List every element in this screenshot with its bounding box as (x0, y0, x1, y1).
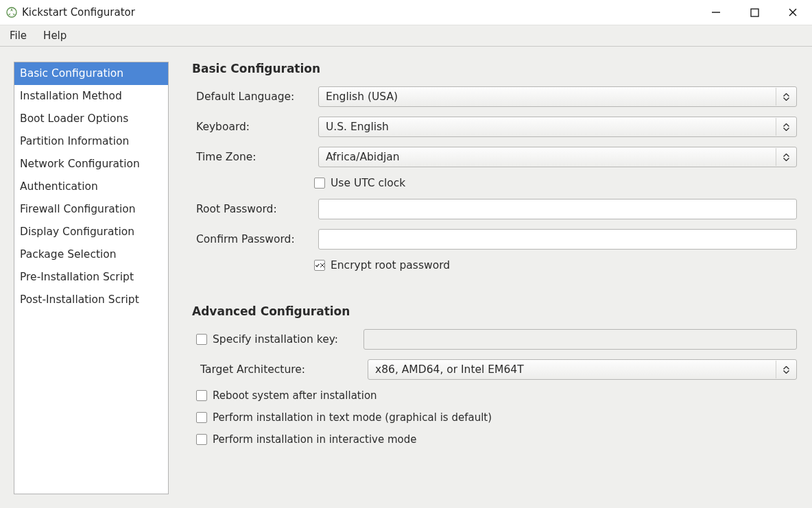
label-textmode: Perform installation in text mode (graph… (213, 411, 492, 424)
checkbox-install-key[interactable] (196, 334, 207, 345)
row-confirm-password: Confirm Password: (192, 229, 797, 250)
sidebar: Basic Configuration Installation Method … (14, 62, 169, 494)
window-controls (706, 3, 805, 22)
basic-section-title: Basic Configuration (192, 62, 797, 75)
label-interactive: Perform installation in interactive mode (213, 433, 417, 446)
combo-timezone-value: Africa/Abidjan (326, 151, 400, 163)
sidebar-item-display-configuration[interactable]: Display Configuration (14, 221, 168, 243)
label-encrypt: Encrypt root password (331, 259, 450, 271)
input-install-key[interactable] (363, 329, 797, 350)
row-root-password: Root Password: (192, 199, 797, 219)
sidebar-item-package-selection[interactable]: Package Selection (14, 243, 168, 266)
menu-file[interactable]: File (7, 28, 29, 43)
checkbox-reboot[interactable] (196, 390, 207, 401)
sidebar-item-authentication[interactable]: Authentication (14, 176, 168, 198)
spinner-icon (776, 88, 796, 106)
input-root-password[interactable] (318, 199, 797, 219)
label-install-key: Specify installation key: (213, 333, 338, 346)
row-reboot: Reboot system after installation (196, 389, 797, 402)
row-target-arch: Target Architecture: x86, AMD64, or Inte… (196, 359, 797, 380)
sidebar-item-firewall-configuration[interactable]: Firewall Configuration (14, 198, 168, 221)
spinner-icon (776, 148, 796, 166)
label-keyboard: Keyboard: (192, 121, 318, 133)
row-interactive: Perform installation in interactive mode (196, 433, 797, 446)
row-install-key: Specify installation key: (196, 329, 797, 350)
label-reboot: Reboot system after installation (213, 389, 377, 402)
label-target-arch: Target Architecture: (196, 363, 368, 376)
combo-default-language[interactable]: English (USA) (318, 86, 797, 107)
title-bar: Kickstart Configurator (0, 0, 812, 25)
spinner-icon (776, 361, 796, 378)
checkbox-interactive[interactable] (196, 434, 207, 445)
spinner-icon (776, 118, 796, 136)
checkbox-textmode[interactable] (196, 412, 207, 423)
main-panel: Basic Configuration Default Language: En… (192, 62, 797, 494)
content-area: Basic Configuration Installation Method … (0, 47, 812, 508)
sidebar-item-installation-method[interactable]: Installation Method (14, 85, 168, 108)
minimize-button[interactable] (706, 3, 726, 22)
label-timezone: Time Zone: (192, 151, 318, 163)
menu-bar: File Help (0, 25, 812, 47)
row-default-language: Default Language: English (USA) (192, 86, 797, 107)
sidebar-item-pre-installation-script[interactable]: Pre-Installation Script (14, 266, 168, 289)
window-title: Kickstart Configurator (22, 6, 135, 19)
sidebar-item-basic-configuration[interactable]: Basic Configuration (14, 62, 168, 85)
checkbox-utc[interactable] (314, 178, 325, 189)
sidebar-item-boot-loader-options[interactable]: Boot Loader Options (14, 108, 168, 130)
combo-timezone[interactable]: Africa/Abidjan (318, 147, 797, 167)
label-utc: Use UTC clock (331, 177, 405, 189)
row-textmode: Perform installation in text mode (graph… (196, 411, 797, 424)
sidebar-item-partition-information[interactable]: Partition Information (14, 130, 168, 153)
combo-target-arch[interactable]: x86, AMD64, or Intel EM64T (368, 359, 797, 380)
row-timezone: Time Zone: Africa/Abidjan (192, 147, 797, 167)
row-utc: Use UTC clock (192, 177, 797, 189)
combo-keyboard-value: U.S. English (326, 121, 389, 133)
sidebar-item-network-configuration[interactable]: Network Configuration (14, 153, 168, 176)
sidebar-item-post-installation-script[interactable]: Post-Installation Script (14, 289, 168, 311)
svg-rect-2 (751, 9, 759, 16)
label-default-language: Default Language: (192, 90, 318, 103)
label-confirm-password: Confirm Password: (192, 233, 318, 245)
close-button[interactable] (783, 3, 802, 22)
label-root-password: Root Password: (192, 203, 318, 215)
advanced-section-title: Advanced Configuration (192, 304, 797, 318)
combo-default-language-value: English (USA) (326, 90, 398, 103)
menu-help[interactable]: Help (40, 28, 69, 43)
checkbox-encrypt[interactable] (314, 260, 325, 271)
maximize-button[interactable] (745, 3, 764, 22)
row-encrypt: Encrypt root password (192, 259, 797, 271)
app-icon (5, 6, 18, 19)
combo-keyboard[interactable]: U.S. English (318, 117, 797, 137)
combo-target-arch-value: x86, AMD64, or Intel EM64T (375, 363, 524, 376)
row-keyboard: Keyboard: U.S. English (192, 117, 797, 137)
input-confirm-password[interactable] (318, 229, 797, 250)
